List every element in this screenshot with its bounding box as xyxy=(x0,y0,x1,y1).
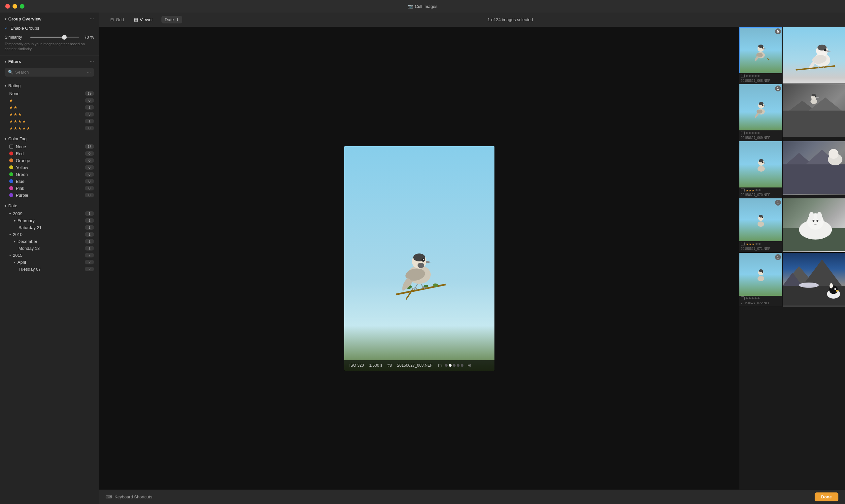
yellow-dot xyxy=(9,165,13,169)
month-dec-row[interactable]: ▾ December 1 xyxy=(0,238,99,245)
maximize-button[interactable] xyxy=(20,4,24,8)
thumb-072-checkbox[interactable] xyxy=(741,296,745,300)
rating-3-row[interactable]: ★★★ 3 xyxy=(0,111,99,118)
thumb-070-wide[interactable] xyxy=(783,141,845,198)
color-none-label: None xyxy=(16,144,85,149)
search-more-icon[interactable]: ··· xyxy=(87,70,91,75)
thumb-068[interactable]: 5 20150627_068.NEF xyxy=(739,27,783,84)
svg-point-37 xyxy=(762,105,763,106)
thumb-070-name: 20150627_070.NEF xyxy=(739,193,782,198)
thumb-068-wide[interactable] xyxy=(783,27,845,84)
color-green-count: 6 xyxy=(85,172,94,177)
thumb-071-checkbox[interactable] xyxy=(741,242,745,246)
color-green-label: Green xyxy=(16,172,85,177)
rating-none-row[interactable]: None 19 xyxy=(0,90,99,97)
search-bar[interactable]: 🔍 ··· xyxy=(5,68,94,76)
thumb-068-checkbox[interactable] xyxy=(741,74,745,78)
color-orange-row[interactable]: Orange 0 xyxy=(0,157,99,164)
d1 xyxy=(745,75,748,77)
day-tue07-row[interactable]: Tuesday 07 2 xyxy=(0,266,99,273)
color-tag-header[interactable]: ▾ Color Tag xyxy=(0,134,99,143)
search-icon: 🔍 xyxy=(8,70,13,75)
close-button[interactable] xyxy=(5,4,10,8)
grid-view-button[interactable]: ⊞ Grid xyxy=(106,16,129,24)
thumb-071[interactable]: 1 ★★★ 20150627_071.NEF xyxy=(739,198,783,252)
bottom-bar: ⌨ Keyboard Shortcuts Done xyxy=(99,489,845,504)
day-mon13-row[interactable]: Monday 13 1 xyxy=(0,245,99,252)
thumb-069-checkbox[interactable] xyxy=(741,131,745,135)
color-yellow-count: 0 xyxy=(85,165,94,170)
filters-label: Filters xyxy=(8,59,21,64)
rating-4-row[interactable]: ★★★★ 1 xyxy=(0,118,99,125)
color-purple-row[interactable]: Purple 0 xyxy=(0,192,99,199)
day-mon13-count: 1 xyxy=(85,246,94,251)
svg-point-10 xyxy=(423,259,424,260)
thumb-071-wide[interactable] xyxy=(783,198,845,252)
year-2010-row[interactable]: ▾ 2010 1 xyxy=(0,231,99,238)
color-green-row[interactable]: Green 6 xyxy=(0,171,99,178)
group-overview-section[interactable]: ▾ Group Overview ··· xyxy=(0,13,99,24)
keyboard-shortcuts[interactable]: ⌨ Keyboard Shortcuts xyxy=(106,494,152,499)
month-apr-row[interactable]: ▾ April 2 xyxy=(0,259,99,266)
square-icon: ▢ xyxy=(438,363,442,368)
day-sat21-row[interactable]: Saturday 21 1 xyxy=(0,224,99,231)
sidebar: ▾ Group Overview ··· ✓ Enable Groups Sim… xyxy=(0,13,99,504)
thumb-072[interactable]: 1 20150627_072.NEF xyxy=(739,253,783,307)
enable-groups-row[interactable]: ✓ Enable Groups xyxy=(0,24,99,33)
svg-point-11 xyxy=(417,263,424,268)
year-2009-row[interactable]: ▾ 2009 1 xyxy=(0,210,99,217)
svg-point-46 xyxy=(757,166,765,172)
color-pink-row[interactable]: Pink 0 xyxy=(0,185,99,192)
d2 xyxy=(749,298,751,299)
rating-3-count: 3 xyxy=(85,112,94,116)
done-button[interactable]: Done xyxy=(815,492,839,501)
rating-header[interactable]: ▾ Rating xyxy=(0,81,99,90)
red-dot xyxy=(9,151,13,156)
day-sat21-label: Saturday 21 xyxy=(18,225,85,230)
similarity-label: Similarity xyxy=(5,35,28,40)
month-dec-chevron: ▾ xyxy=(14,240,16,243)
similarity-slider[interactable] xyxy=(30,37,79,38)
rating-4-count: 1 xyxy=(85,119,94,123)
main-image[interactable] xyxy=(344,146,495,371)
color-blue-row[interactable]: Blue 0 xyxy=(0,178,99,185)
date-header[interactable]: ▾ Date xyxy=(0,201,99,210)
filmstrip-group-3: 1 ★★★ 20150627_071.NEF xyxy=(739,198,845,253)
color-purple-label: Purple xyxy=(16,193,85,198)
year-2015-row[interactable]: ▾ 2015 7 xyxy=(0,252,99,259)
thumb-070[interactable]: ★★★ 20150627_070.NEF xyxy=(739,141,783,198)
toolbar-left: ⊞ Grid ▤ Viewer Date ⬆ xyxy=(106,16,182,24)
day-tue07-label: Tuesday 07 xyxy=(18,267,85,272)
filters-more[interactable]: ··· xyxy=(90,59,94,65)
viewer-button[interactable]: ▤ Viewer xyxy=(129,16,158,24)
thumb-072-wide[interactable] xyxy=(783,253,845,307)
color-pink-count: 0 xyxy=(85,186,94,191)
month-feb-row[interactable]: ▾ February 1 xyxy=(0,217,99,224)
filmstrip: 5 20150627_068.NEF xyxy=(739,27,845,489)
minimize-button[interactable] xyxy=(13,4,17,8)
svg-point-38 xyxy=(757,110,762,113)
search-input[interactable] xyxy=(15,70,85,75)
thumb-069-wide[interactable] xyxy=(783,84,845,141)
svg-point-54 xyxy=(828,149,839,159)
similarity-thumb xyxy=(62,35,67,40)
color-red-label: Red xyxy=(16,151,85,156)
aperture-info: f/8 xyxy=(388,363,392,368)
color-none-row[interactable]: None 18 xyxy=(0,143,99,150)
rating-2-row[interactable]: ★★ 1 xyxy=(0,104,99,111)
rating-5-row[interactable]: ★★★★★ 0 xyxy=(0,125,99,132)
content-area: ⊞ Grid ▤ Viewer Date ⬆ 1 of 24 images se… xyxy=(99,13,845,504)
d5 xyxy=(757,75,759,77)
thumb-071-name: 20150627_071.NEF xyxy=(739,247,782,252)
badge-5: 5 xyxy=(775,29,781,34)
group-overview-more[interactable]: ··· xyxy=(90,16,94,22)
white-animal-img xyxy=(783,198,845,252)
color-yellow-row[interactable]: Yellow 0 xyxy=(0,164,99,171)
mountain-bird-svg xyxy=(783,253,845,306)
color-red-row[interactable]: Red 0 xyxy=(0,150,99,157)
rating-1-row[interactable]: ★ 0 xyxy=(0,97,99,104)
window-title: 📷 Cull Images xyxy=(408,4,438,9)
sort-dropdown[interactable]: Date ⬆ xyxy=(161,16,182,23)
thumb-070-checkbox[interactable] xyxy=(741,188,745,192)
thumb-069[interactable]: 1 20150627_069.NEF xyxy=(739,84,783,141)
